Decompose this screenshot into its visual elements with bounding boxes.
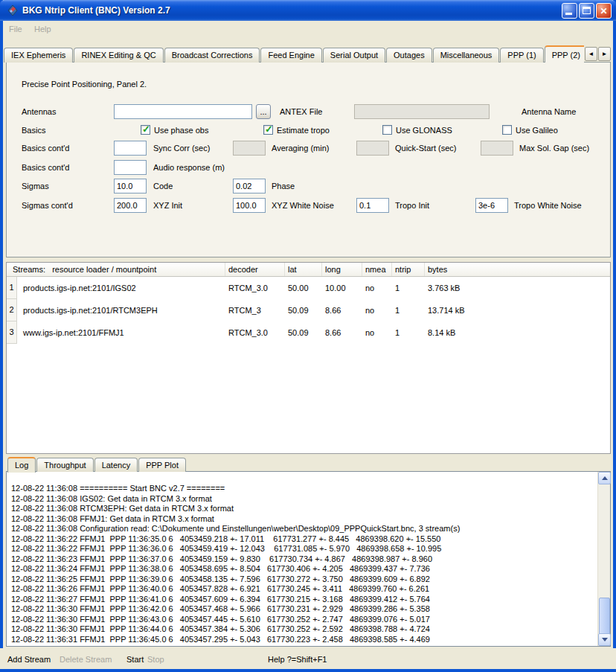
use-phase-obs-label: Use phase obs	[154, 126, 208, 135]
antenna-name-label: Antenna Name	[522, 107, 576, 116]
tab-latency[interactable]: Latency	[94, 458, 138, 472]
header-ntrip: ntrip	[392, 263, 425, 276]
sync-corr-input[interactable]	[114, 141, 147, 156]
tab-serial-output[interactable]: Serial Output	[323, 48, 385, 63]
table-row[interactable]: 2 products.igs-ip.net:2101/RTCM3EPH RTCM…	[7, 299, 610, 321]
log-line: 12-08-22 11:36:08 FFMJ1: Get data in RTC…	[11, 514, 594, 525]
cell-long: 10.00	[322, 277, 362, 299]
use-galileo-checkbox[interactable]	[502, 125, 512, 135]
window-controls	[562, 3, 612, 19]
log-line: 12-08-22 11:36:30 FFMJ1 PPP 11:36:44.0 6…	[11, 624, 594, 635]
averaging-label: Averaging (min)	[272, 144, 329, 153]
app-icon	[7, 4, 19, 16]
row-number[interactable]: 2	[7, 299, 17, 321]
delete-stream-button[interactable]: Delete Stream	[60, 655, 112, 664]
cell-bytes: 13.714 kB	[425, 299, 610, 321]
tab-log[interactable]: Log	[7, 457, 36, 473]
log-line: 12-08-22 11:36:22 FFMJ1 PPP 11:36:35.0 6…	[11, 534, 594, 545]
tab-scroll-left-button[interactable]: ◄	[585, 47, 597, 61]
minimize-icon	[565, 13, 572, 15]
help-shortcut-label: Help ?=Shift+F1	[268, 655, 327, 664]
scroll-down-button[interactable]	[598, 633, 611, 646]
row-number[interactable]: 3	[7, 321, 17, 344]
menu-file[interactable]: File	[9, 25, 22, 33]
menu-help[interactable]: Help	[34, 25, 51, 33]
cell-bytes: 3.763 kB	[425, 277, 610, 299]
antenna-name-input	[354, 104, 490, 119]
sigma-phase-input[interactable]	[233, 179, 266, 193]
cell-mountpoint: www.igs-ip.net:2101/FFMJ1	[17, 321, 225, 344]
header-decoder: decoder	[225, 263, 285, 276]
log-line: 12-08-22 11:36:23 FFMJ1 PPP 11:36:37.0 6…	[11, 554, 594, 565]
tab-ppp-plot[interactable]: PPP Plot	[138, 458, 186, 472]
averaging-input	[233, 141, 266, 156]
xyz-init-label: XYZ Init	[153, 201, 182, 210]
sigma-code-input[interactable]	[114, 179, 147, 193]
maximize-button[interactable]	[579, 3, 594, 19]
cell-decoder: RTCM_3.0	[225, 277, 285, 299]
row-number[interactable]: 1	[7, 277, 17, 299]
estimate-tropo-checkbox[interactable]	[263, 125, 273, 135]
cell-long: 8.66	[322, 321, 362, 344]
tropo-white-noise-input[interactable]	[475, 198, 508, 213]
start-button[interactable]: Start	[126, 655, 144, 664]
tab-outages[interactable]: Outages	[386, 48, 432, 63]
stop-button[interactable]: Stop	[147, 655, 164, 664]
audio-response-input[interactable]	[114, 160, 147, 175]
scrollbar-thumb[interactable]	[599, 598, 610, 635]
xyz-white-noise-input[interactable]	[233, 198, 266, 213]
tropo-white-noise-label: Tropo White Noise	[514, 201, 582, 210]
log-line: 12-08-22 11:36:08 ========== Start BNC v…	[11, 484, 594, 494]
tab-scroll-right-button[interactable]: ►	[598, 47, 611, 61]
log-line: 12-08-22 11:36:24 FFMJ1 PPP 11:36:38.0 6…	[11, 564, 594, 575]
streams-table: Streams: resource loader / mountpoint de…	[6, 262, 611, 454]
log-line: 12-08-22 11:36:31 FFMJ1 PPP 11:36:45.0 6…	[11, 635, 594, 645]
tab-feed-engine[interactable]: Feed Engine	[260, 48, 321, 63]
tab-miscellaneous[interactable]: Miscellaneous	[433, 48, 500, 63]
use-glonass-checkbox[interactable]	[382, 125, 392, 135]
antennas-label: Antennas	[22, 107, 56, 116]
log-line: 12-08-22 11:36:08 Configuration read: C:…	[11, 524, 594, 534]
minimize-button[interactable]	[562, 3, 577, 19]
basics-contd2-label: Basics cont'd	[22, 163, 69, 172]
quick-start-input	[356, 141, 389, 156]
antennas-input[interactable]	[114, 104, 252, 119]
tab-ppp-2[interactable]: PPP (2)	[545, 45, 584, 63]
header-mountpoint: Streams: resource loader / mountpoint	[7, 263, 225, 276]
use-phase-obs-checkbox[interactable]	[141, 125, 150, 135]
antex-browse-button[interactable]: ...	[256, 104, 271, 119]
tropo-init-input[interactable]	[356, 198, 389, 213]
cell-mountpoint: products.igs-ip.net:2101/IGS02	[17, 277, 225, 299]
maximize-icon	[583, 7, 591, 14]
log-line: 12-08-22 11:36:30 FFMJ1 PPP 11:36:43.0 6…	[11, 615, 594, 625]
tropo-init-label: Tropo Init	[395, 201, 429, 210]
arrow-up-icon	[602, 476, 608, 480]
window-border-bottom	[0, 669, 616, 672]
cell-long: 8.66	[322, 299, 362, 321]
ppp2-panel: Precise Point Positioning, Panel 2. Ante…	[6, 62, 611, 257]
log-area[interactable]: 12-08-22 11:36:08 ========== Start BNC v…	[6, 471, 611, 647]
tab-rinex-editing-qc[interactable]: RINEX Editing & QC	[74, 48, 163, 63]
table-header: Streams: resource loader / mountpoint de…	[7, 263, 610, 277]
basics-contd-label: Basics cont'd	[22, 144, 69, 153]
quick-start-label: Quick-Start (sec)	[395, 144, 457, 153]
xyz-white-noise-label: XYZ White Noise	[272, 201, 334, 210]
log-line: 12-08-22 11:36:08 RTCM3EPH: Get data in …	[11, 504, 594, 514]
titlebar[interactable]: BKG Ntrip Client (BNC) Version 2.7	[0, 0, 616, 21]
xyz-init-input[interactable]	[114, 198, 147, 213]
tab-broadcast-corrections[interactable]: Broadcast Corrections	[164, 48, 260, 63]
cell-ntrip: 1	[392, 321, 425, 344]
cell-lat: 50.09	[285, 321, 322, 344]
add-stream-button[interactable]: Add Stream	[7, 655, 51, 664]
table-row[interactable]: 3 www.igs-ip.net:2101/FFMJ1 RTCM_3.0 50.…	[7, 321, 610, 344]
tab-ppp-1[interactable]: PPP (1)	[500, 48, 543, 63]
close-button[interactable]	[596, 3, 612, 19]
cell-decoder: RTCM_3	[225, 299, 285, 321]
tab-rinex-ephemeris[interactable]: IEX Ephemeris	[4, 48, 73, 63]
tab-throughput[interactable]: Throughput	[36, 458, 93, 472]
table-row[interactable]: 1 products.igs-ip.net:2101/IGS02 RTCM_3.…	[7, 277, 610, 299]
vertical-scrollbar[interactable]	[597, 472, 610, 646]
antex-file-label: ANTEX File	[280, 107, 322, 116]
main-tabbar: IEX Ephemeris RINEX Editing & QC Broadca…	[4, 45, 584, 63]
scroll-up-button[interactable]	[598, 472, 611, 484]
